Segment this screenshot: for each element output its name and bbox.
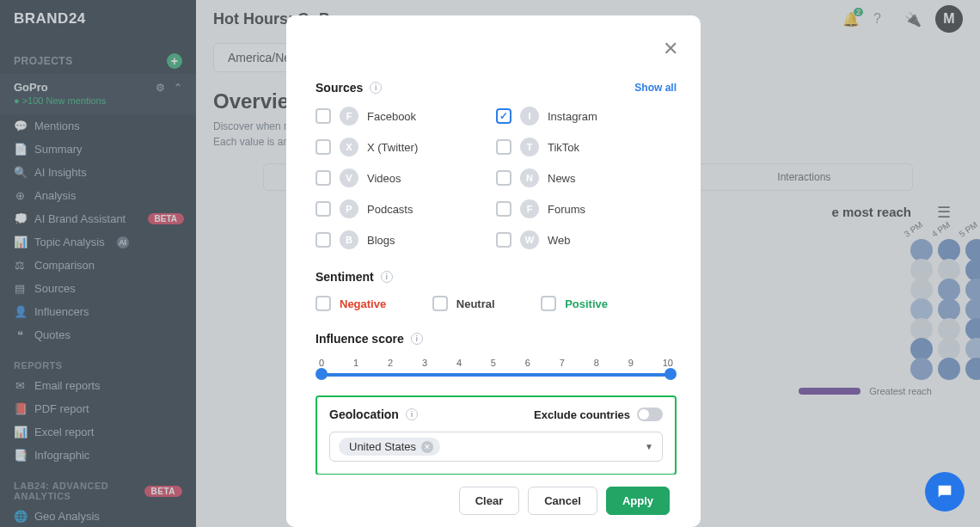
info-icon[interactable]: i [381, 271, 393, 283]
source-item-facebook[interactable]: FFacebook [315, 107, 496, 126]
checkbox[interactable] [496, 170, 511, 186]
source-icon: F [520, 199, 539, 218]
remove-chip-icon[interactable]: ✕ [421, 441, 433, 453]
source-label: Web [548, 234, 571, 247]
source-icon: V [340, 169, 358, 187]
show-all-link[interactable]: Show all [634, 82, 677, 94]
source-label: Facebook [367, 110, 416, 123]
checkbox[interactable] [496, 232, 511, 248]
slider-tick: 3 [422, 358, 427, 368]
checkbox[interactable] [315, 139, 331, 155]
source-label: News [548, 172, 576, 185]
close-icon[interactable]: ✕ [663, 38, 678, 60]
slider-tick: 1 [353, 358, 358, 368]
source-icon: B [340, 230, 358, 249]
slider-tick: 7 [560, 358, 565, 368]
geo-title: Geolocation [329, 408, 399, 421]
checkbox[interactable] [315, 108, 331, 124]
source-icon: X [340, 138, 358, 156]
chat-launcher[interactable] [925, 472, 965, 512]
info-icon[interactable]: i [370, 82, 382, 94]
source-icon: T [520, 138, 539, 156]
source-icon: F [340, 107, 358, 126]
info-icon[interactable]: i [411, 333, 423, 345]
source-item-xtwitter[interactable]: XX (Twitter) [315, 138, 496, 156]
source-item-podcasts[interactable]: PPodcasts [315, 199, 496, 218]
info-icon[interactable]: i [406, 408, 418, 420]
checkbox-positive[interactable] [541, 296, 556, 311]
source-icon: N [520, 169, 539, 187]
clear-button[interactable]: Clear [459, 487, 520, 515]
source-item-forums[interactable]: FForums [496, 199, 677, 218]
source-label: Instagram [548, 110, 597, 123]
slider-tick: 9 [628, 358, 634, 368]
country-chip-label: United States [349, 440, 416, 453]
checkbox[interactable] [315, 232, 331, 248]
checkbox-neutral[interactable] [432, 296, 448, 311]
source-label: X (Twitter) [367, 141, 418, 154]
slider-thumb-min[interactable] [315, 368, 328, 380]
source-item-videos[interactable]: VVideos [315, 169, 496, 187]
source-icon: I [520, 107, 539, 126]
slider-tick: 5 [491, 358, 496, 368]
source-label: Videos [367, 172, 401, 185]
sentiment-positive-label: Positive [565, 297, 608, 310]
checkbox-negative[interactable] [315, 296, 331, 311]
slider-tick: 0 [319, 358, 324, 368]
sentiment-title: Sentiment [315, 270, 374, 284]
slider-tick: 8 [594, 358, 599, 368]
source-item-blogs[interactable]: BBlogs [315, 230, 496, 249]
source-icon: W [520, 230, 539, 249]
checkbox[interactable] [315, 201, 331, 217]
country-select[interactable]: United States ✕ ▼ [329, 432, 663, 462]
exclude-toggle[interactable] [637, 408, 663, 421]
slider-thumb-max[interactable] [665, 368, 677, 380]
checkbox[interactable] [496, 139, 511, 155]
cancel-button[interactable]: Cancel [528, 487, 597, 515]
apply-button[interactable]: Apply [606, 487, 670, 515]
sentiment-negative-label: Negative [340, 297, 386, 310]
checkbox[interactable] [496, 108, 511, 124]
source-label: Blogs [367, 234, 395, 247]
exclude-label: Exclude countries [534, 408, 630, 421]
source-item-instagram[interactable]: IInstagram [496, 107, 677, 126]
filter-modal: ✕ Sourcesi Show all FFacebookIInstagramX… [286, 15, 701, 527]
source-label: Podcasts [367, 203, 413, 216]
slider-tick: 4 [456, 358, 462, 368]
influence-title: Influence score [315, 332, 404, 346]
slider-tick: 6 [525, 358, 530, 368]
slider-tick: 10 [663, 358, 673, 368]
source-icon: P [340, 199, 358, 218]
checkbox[interactable] [315, 170, 331, 186]
source-label: Forums [548, 203, 585, 216]
source-label: TikTok [548, 141, 579, 154]
chevron-down-icon[interactable]: ▼ [645, 442, 653, 451]
source-item-tiktok[interactable]: TTikTok [496, 138, 677, 156]
checkbox[interactable] [496, 201, 511, 217]
source-item-web[interactable]: WWeb [496, 230, 677, 249]
slider-tick: 2 [388, 358, 393, 368]
country-chip[interactable]: United States ✕ [339, 438, 440, 456]
source-item-news[interactable]: NNews [496, 169, 677, 187]
influence-slider[interactable]: 012345678910 [315, 358, 677, 377]
geolocation-section: Geolocationi Exclude countries United St… [315, 395, 677, 475]
sources-title: Sources [315, 81, 363, 95]
sentiment-neutral-label: Neutral [456, 297, 495, 310]
